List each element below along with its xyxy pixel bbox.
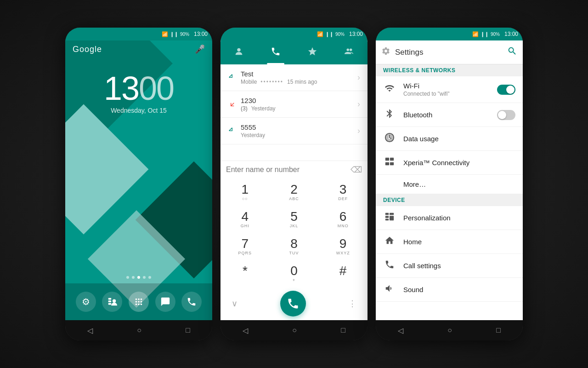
settings-item-data[interactable]: Data usage [376,127,523,151]
settings-item-more[interactable]: More… [376,175,523,194]
recents-btn-home[interactable]: □ [186,326,190,334]
settings-item-home[interactable]: Home [376,230,523,254]
call-type-label: Mobile [241,79,257,85]
home-btn-settings[interactable]: ○ [447,326,452,334]
key-8[interactable]: 8 TUV [270,233,319,260]
search-icon-btn[interactable] [507,46,517,58]
tab-contacts[interactable] [226,43,251,63]
more-title: More… [403,180,515,188]
call-item-5555[interactable]: 5555 Yesterday › [220,118,368,144]
more-options-btn[interactable]: ⋮ [348,299,356,309]
svg-point-4 [136,299,137,300]
dialer-tabs [220,40,368,64]
key-letters-6: MNO [338,224,349,228]
home-top-bar: Google 🎤 [65,40,212,58]
key-num-4: 4 [242,210,249,223]
settings-item-call[interactable]: Call settings [376,254,523,278]
call-type-outgoing [228,73,235,82]
messages-dock-icon[interactable] [155,292,175,312]
call-time-1230: Yesterday [251,105,276,112]
settings-item-wifi[interactable]: Wi-Fi Connected to "wifi" [376,76,523,103]
status-time-home: 13:00 [194,31,208,37]
back-btn-settings[interactable]: ◁ [398,326,403,335]
svg-rect-20 [390,162,394,165]
svg-point-5 [138,299,140,300]
svg-rect-17 [385,158,389,161]
key-0[interactable]: 0 + [270,260,319,287]
contacts-dock-icon[interactable] [102,292,122,312]
section-header-wireless: WIRELESS & NETWORKS [376,64,523,76]
apps-dock-icon[interactable] [129,292,149,312]
bluetooth-toggle[interactable] [497,110,515,120]
key-num-8: 8 [290,237,298,250]
settings-item-sound[interactable]: Sound [376,278,523,302]
settings-item-bluetooth[interactable]: Bluetooth [376,103,523,127]
back-btn-home[interactable]: ◁ [87,326,93,335]
svg-rect-25 [390,216,394,220]
google-logo: Google [73,45,102,54]
personalization-title: Personalization [403,214,515,222]
call-arrow-test[interactable]: › [357,73,360,82]
settings-item-xperia[interactable]: Xperia™ Connectivity [376,151,523,175]
recents-btn-settings[interactable]: □ [496,326,501,334]
svg-rect-22 [385,216,389,218]
tab-groups[interactable] [337,43,362,63]
home-clock: 1300 Wednesday, Oct 15 [65,72,212,114]
home-btn-dialer[interactable]: ○ [292,326,297,334]
recents-btn-dialer[interactable]: □ [341,326,345,334]
key-1[interactable]: 1 ○○ [220,178,270,206]
settings-screen: WIRELESS & NETWORKS Wi-Fi Connected to "… [376,40,523,320]
key-9[interactable]: 9 WXYZ [318,233,368,260]
dialer-input[interactable] [226,166,347,174]
bluetooth-item-text: Bluetooth [403,111,490,119]
key-letters-2: ABC [289,196,299,201]
clock-minutes: 00 [139,70,174,107]
settings-item-personalization[interactable]: Personalization [376,206,523,230]
mic-icon[interactable]: 🎤 [195,44,205,54]
data-settings-icon [383,132,396,145]
status-icons-home: 📶 ❙❙ 90% 13:00 [162,31,208,37]
call-item-1230[interactable]: 1230 (3) Yesterday › [220,91,368,118]
nav-bar-home: ◁ ○ □ [65,320,212,340]
key-num-hash: # [339,264,347,277]
call-info-5555: 5555 Yesterday [241,123,352,138]
clear-input-btn[interactable]: ⌫ [351,165,362,175]
svg-rect-0 [108,298,111,300]
wifi-subtitle: Connected to "wifi" [403,91,490,97]
call-item-test[interactable]: Test Mobile •••••••• 15 mins ago › [220,64,368,91]
key-star[interactable]: * [220,260,270,287]
wifi-settings-icon [383,83,396,96]
tab-recents[interactable] [263,43,288,63]
call-fab-btn[interactable] [280,291,306,316]
settings-search-input[interactable] [395,48,503,57]
svg-rect-2 [108,303,111,305]
sound-settings-icon [383,283,396,296]
home-screen: Google 🎤 1300 Wednesday, Oct 15 ⚙ [65,40,212,320]
key-letters-5: JKL [290,224,299,228]
key-4[interactable]: 4 GHI [220,206,270,233]
call-arrow-5555[interactable]: › [357,126,360,136]
call-name-1230: 1230 [241,97,352,104]
clock-display: 1300 [65,72,212,105]
key-3[interactable]: 3 DEF [318,178,368,206]
key-hash[interactable]: # [318,260,368,287]
status-bar-home: 📶 ❙❙ 90% 13:00 [65,28,212,40]
back-btn-dialer[interactable]: ◁ [243,326,248,335]
more-item-text: More… [403,180,515,188]
call-info-1230: 1230 (3) Yesterday [241,97,352,112]
home-btn-home[interactable]: ○ [137,326,141,334]
key-5[interactable]: 5 JKL [270,206,319,233]
call-arrow-1230[interactable]: › [357,99,360,109]
dot-5 [148,276,151,279]
key-7[interactable]: 7 PQRS [220,233,270,260]
call-time-test: 15 mins ago [287,79,317,85]
page-dots [65,276,212,279]
phone-dock-icon[interactable] [181,292,202,312]
key-2[interactable]: 2 ABC [270,178,319,206]
key-6[interactable]: 6 MNO [318,206,368,233]
expand-btn[interactable]: ∨ [232,299,237,309]
settings-dock-icon[interactable]: ⚙ [76,292,96,312]
tab-favorites[interactable] [300,43,325,63]
key-letters-8: TUV [289,251,299,255]
wifi-toggle[interactable] [497,85,515,95]
